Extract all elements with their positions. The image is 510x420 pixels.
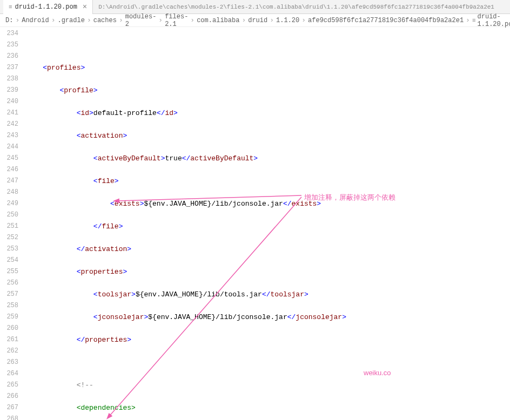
line-number: 261	[0, 334, 18, 346]
chevron-right-icon: ›	[15, 16, 19, 24]
code-line: <activeByDefault>true</activeByDefault>	[26, 153, 510, 164]
line-number: 259	[0, 311, 18, 323]
crumb-item[interactable]: caches	[93, 17, 117, 24]
line-number: 268	[0, 414, 18, 420]
line-number: 241	[0, 107, 18, 119]
crumb-item[interactable]: com.alibaba	[197, 17, 239, 24]
crumb-item[interactable]: modules-2	[125, 13, 157, 28]
code-line: <exists>${env.JAVA_HOME}/lib/jconsole.ja…	[26, 198, 510, 209]
close-icon[interactable]: ×	[83, 3, 87, 11]
line-number: 256	[0, 277, 18, 289]
code-line	[26, 357, 510, 368]
line-number: 257	[0, 289, 18, 300]
line-number: 245	[0, 153, 18, 164]
crumb-item[interactable]: .gradle	[57, 17, 84, 24]
code-line: </file>	[26, 221, 510, 232]
crumb-item[interactable]: D:	[5, 17, 13, 24]
code-line: <jconsolejar>${env.JAVA_HOME}/lib/jconso…	[26, 311, 510, 323]
chevron-right-icon: ›	[466, 16, 470, 24]
chevron-right-icon: ›	[190, 16, 194, 24]
chevron-right-icon: ›	[119, 16, 123, 24]
chevron-right-icon: ›	[87, 16, 91, 24]
line-number: 267	[0, 402, 18, 414]
chevron-right-icon: ›	[270, 16, 274, 24]
crumb-file[interactable]: druid-1.1.20.pom	[478, 13, 510, 28]
file-tab[interactable]: ≡ druid-1.1.20.pom ×	[3, 0, 93, 14]
code-line: <id>default-profile</id>	[26, 107, 510, 119]
crumb-item[interactable]: Android	[22, 17, 49, 24]
line-number: 253	[0, 243, 18, 255]
watermark: weiku.co	[364, 367, 391, 378]
crumb-item[interactable]: files-2.1	[165, 13, 188, 28]
line-number: 247	[0, 175, 18, 187]
crumb-item[interactable]: afe9cd598f6fc1a2771819c36f4a004fb9a2a2e1	[308, 17, 464, 24]
line-number: 264	[0, 368, 18, 380]
code-area[interactable]: <profiles> <profile> <id>default-profile…	[26, 27, 510, 420]
tab-path: D:\Android\.gradle\caches\modules-2\file…	[93, 4, 510, 10]
breadcrumb[interactable]: D:› Android› .gradle› caches› modules-2›…	[0, 14, 510, 27]
line-number: 237	[0, 62, 18, 73]
code-line: </properties>	[26, 334, 510, 346]
line-number: 246	[0, 164, 18, 175]
line-number: 250	[0, 209, 18, 221]
line-number: 262	[0, 346, 18, 357]
code-line: <toolsjar>${env.JAVA_HOME}/lib/tools.jar…	[26, 289, 510, 300]
line-number: 254	[0, 255, 18, 266]
line-number: 266	[0, 391, 18, 402]
code-line: <activation>	[26, 130, 510, 141]
line-number: 251	[0, 221, 18, 232]
code-line: </activation>	[26, 243, 510, 255]
code-line: <profile>	[26, 85, 510, 96]
line-number: 244	[0, 141, 18, 153]
chevron-right-icon: ›	[158, 16, 163, 24]
line-number: 263	[0, 357, 18, 368]
editor[interactable]: 234 235 236 237 238 239 240 241 242 243 …	[0, 27, 510, 420]
line-number: 255	[0, 266, 18, 277]
chevron-right-icon: ›	[51, 16, 56, 24]
code-line	[26, 39, 510, 51]
line-number: 260	[0, 323, 18, 334]
code-line: <dependencies>	[26, 402, 510, 414]
line-number: 240	[0, 96, 18, 107]
file-icon: ≡	[472, 17, 476, 24]
tab-bar: ≡ druid-1.1.20.pom × D:\Android\.gradle\…	[0, 0, 510, 14]
code-line: <profiles>	[26, 62, 510, 73]
line-number: 243	[0, 130, 18, 141]
code-line: <!--	[26, 380, 510, 391]
code-line: <file>	[26, 175, 510, 187]
annotation-text: 增加注释，屏蔽掉这两个依赖	[304, 192, 395, 203]
line-number: 248	[0, 187, 18, 198]
line-number: 242	[0, 119, 18, 130]
chevron-right-icon: ›	[241, 16, 246, 24]
crumb-item[interactable]: 1.1.20	[276, 17, 299, 24]
line-gutter: 234 235 236 237 238 239 240 241 242 243 …	[0, 27, 26, 420]
code-line: <properties>	[26, 266, 510, 277]
line-number: 265	[0, 380, 18, 391]
line-number: 236	[0, 51, 18, 62]
tab-name: druid-1.1.20.pom	[15, 3, 77, 11]
line-number: 252	[0, 232, 18, 243]
line-number: 239	[0, 85, 18, 96]
line-number: 235	[0, 39, 18, 51]
line-number: 249	[0, 198, 18, 209]
file-icon: ≡	[9, 4, 12, 10]
line-number: 234	[0, 28, 18, 39]
crumb-item[interactable]: druid	[248, 17, 267, 24]
chevron-right-icon: ›	[301, 16, 306, 24]
line-number: 258	[0, 300, 18, 311]
line-number: 238	[0, 73, 18, 85]
